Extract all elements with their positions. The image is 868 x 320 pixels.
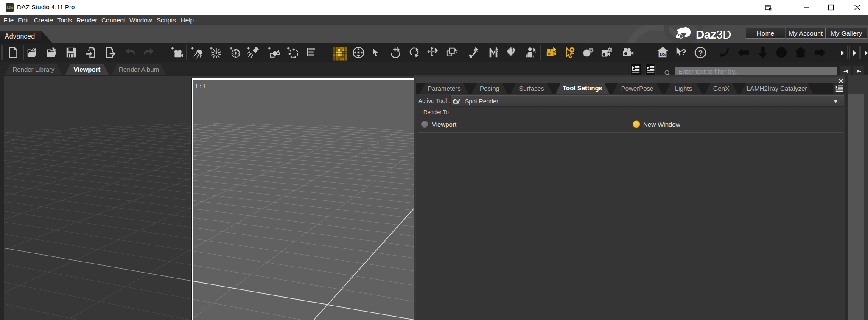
svg-text:?: ? [698, 49, 703, 58]
svg-text:?: ? [681, 47, 686, 57]
svg-text:DS: DS [660, 52, 666, 57]
